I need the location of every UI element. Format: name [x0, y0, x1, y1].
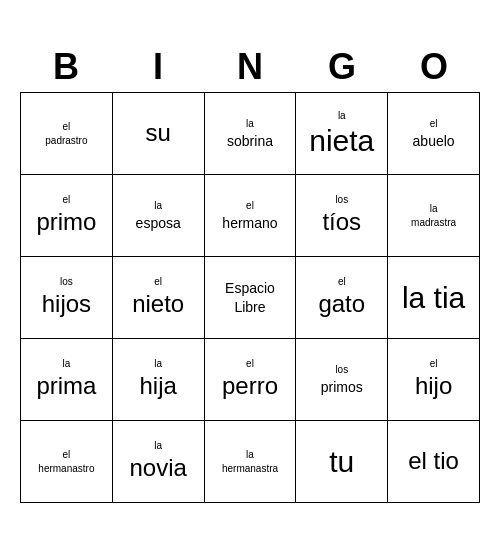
bingo-cell: elgato: [296, 257, 388, 339]
cell-main-text: hijo: [415, 372, 452, 401]
cell-main-text: hija: [140, 372, 177, 401]
bingo-cell: el tio: [388, 421, 480, 503]
bingo-cell: elnieto: [113, 257, 205, 339]
cell-top-text: los: [60, 276, 73, 288]
cell-main-text: EspacioLibre: [225, 279, 275, 315]
cell-top-text: los: [335, 364, 348, 376]
cell-top-text: la: [246, 118, 254, 130]
header-letter: B: [20, 41, 112, 92]
cell-main-text: primo: [36, 208, 96, 237]
header-letter: O: [388, 41, 480, 92]
bingo-cell: loshijos: [21, 257, 113, 339]
cell-main-text: gato: [318, 290, 365, 319]
bingo-cell: losprimos: [296, 339, 388, 421]
cell-top-text: el: [246, 200, 254, 212]
cell-main-text: madrastra: [411, 217, 456, 229]
cell-main-text: hijos: [42, 290, 91, 319]
cell-top-text: el: [63, 121, 71, 133]
bingo-cell: laprima: [21, 339, 113, 421]
bingo-cell: lanovia: [113, 421, 205, 503]
cell-main-text: perro: [222, 372, 278, 401]
cell-top-text: la: [154, 440, 162, 452]
bingo-cell: tu: [296, 421, 388, 503]
header-letter: I: [112, 41, 204, 92]
cell-top-text: la: [246, 449, 254, 461]
cell-top-text: los: [335, 194, 348, 206]
bingo-grid: elpadrastrosulasobrinalanietaelabueloelp…: [20, 92, 480, 503]
cell-top-text: el: [246, 358, 254, 370]
header-letter: G: [296, 41, 388, 92]
cell-top-text: la: [154, 358, 162, 370]
bingo-header: BINGO: [20, 41, 480, 92]
cell-top-text: el: [430, 358, 438, 370]
bingo-cell: lasobrina: [205, 93, 297, 175]
cell-top-text: el: [338, 276, 346, 288]
bingo-cell: elprimo: [21, 175, 113, 257]
bingo-cell: elhermanastro: [21, 421, 113, 503]
bingo-cell: lostíos: [296, 175, 388, 257]
cell-main-text: su: [146, 119, 171, 148]
cell-main-text: padrastro: [45, 135, 87, 147]
bingo-cell: lahija: [113, 339, 205, 421]
bingo-cell: elpadrastro: [21, 93, 113, 175]
cell-main-text: la tia: [402, 281, 465, 314]
cell-main-text: prima: [36, 372, 96, 401]
bingo-cell: elabuelo: [388, 93, 480, 175]
cell-top-text: la: [154, 200, 162, 212]
cell-main-text: hermanastro: [38, 463, 94, 475]
cell-top-text: el: [430, 118, 438, 130]
bingo-cell: lamadrastra: [388, 175, 480, 257]
bingo-cell: EspacioLibre: [205, 257, 297, 339]
bingo-cell: laesposa: [113, 175, 205, 257]
header-letter: N: [204, 41, 296, 92]
bingo-cell: elhijo: [388, 339, 480, 421]
cell-main-text: hermanastra: [222, 463, 278, 475]
bingo-cell: la tia: [388, 257, 480, 339]
cell-main-text: nieto: [132, 290, 184, 319]
cell-top-text: el: [63, 194, 71, 206]
cell-main-text: sobrina: [227, 132, 273, 150]
cell-main-text: novia: [130, 454, 187, 483]
bingo-cell: su: [113, 93, 205, 175]
bingo-card: BINGO elpadrastrosulasobrinalanietaelabu…: [20, 41, 480, 503]
cell-main-text: esposa: [136, 214, 181, 232]
cell-top-text: la: [430, 203, 438, 215]
cell-main-text: hermano: [222, 214, 277, 232]
cell-top-text: la: [63, 358, 71, 370]
bingo-cell: elperro: [205, 339, 297, 421]
bingo-cell: lanieta: [296, 93, 388, 175]
cell-main-text: tíos: [322, 208, 361, 237]
cell-main-text: tu: [329, 445, 354, 478]
cell-top-text: el: [63, 449, 71, 461]
cell-top-text: la: [338, 110, 346, 122]
cell-main-text: primos: [321, 378, 363, 396]
cell-main-text: abuelo: [413, 132, 455, 150]
bingo-cell: lahermanastra: [205, 421, 297, 503]
bingo-cell: elhermano: [205, 175, 297, 257]
cell-top-text: el: [154, 276, 162, 288]
cell-main-text: nieta: [309, 124, 374, 157]
cell-main-text: el tio: [408, 447, 459, 476]
